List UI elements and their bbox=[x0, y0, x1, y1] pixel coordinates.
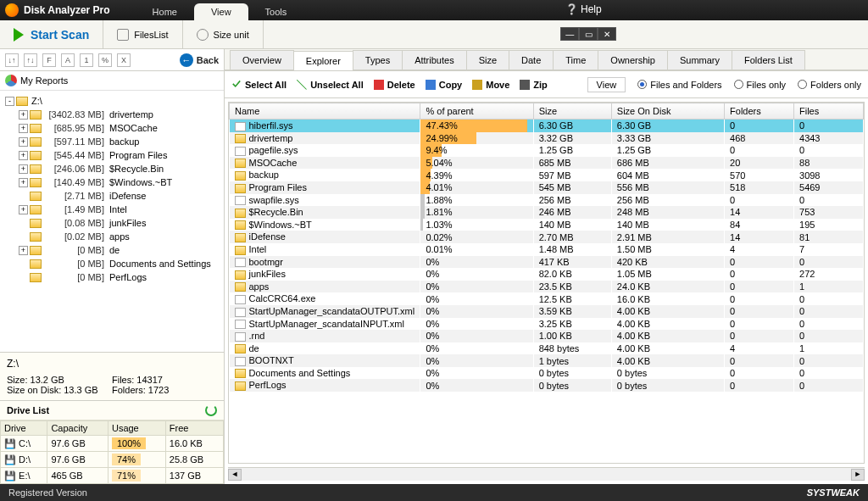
tree-toggle-icon[interactable]: + bbox=[19, 110, 28, 120]
refresh-icon[interactable] bbox=[205, 404, 217, 416]
file-col-header[interactable]: Size bbox=[533, 103, 611, 120]
view-tab-date[interactable]: Date bbox=[509, 50, 554, 70]
tree-toggle-icon[interactable]: + bbox=[19, 151, 28, 160]
tree-node[interactable]: +[1.49 MB]Intel bbox=[2, 203, 222, 216]
sort-button-6[interactable]: X bbox=[117, 53, 131, 67]
tree-node[interactable]: +[685.95 MB]MSOCache bbox=[2, 121, 222, 135]
delete-button[interactable]: Delete bbox=[374, 80, 415, 90]
tree-toggle-icon[interactable]: + bbox=[19, 137, 28, 147]
tree-toggle-icon[interactable]: + bbox=[19, 178, 28, 187]
folder-icon bbox=[30, 151, 42, 160]
file-icon bbox=[235, 308, 246, 317]
view-files-and-folders[interactable]: Files and Folders bbox=[637, 80, 721, 90]
view-tab-summary[interactable]: Summary bbox=[667, 50, 732, 70]
tree-node[interactable]: [0.02 MB]apps bbox=[2, 230, 222, 243]
view-tab-overview[interactable]: Overview bbox=[230, 50, 294, 70]
tree-node[interactable]: +[545.44 MB]Program Files bbox=[2, 148, 222, 162]
tree-node[interactable]: -Z:\ bbox=[2, 94, 222, 108]
start-scan-button[interactable]: Start Scan bbox=[0, 20, 103, 48]
file-col-header[interactable]: Folders bbox=[725, 103, 794, 120]
view-tab-attributes[interactable]: Attributes bbox=[402, 50, 466, 70]
file-row[interactable]: hiberfil.sys47.43%6.30 GB6.30 GB00 bbox=[230, 120, 864, 132]
file-row[interactable]: iDefense0.02%2.70 MB2.91 MB1481 bbox=[230, 231, 864, 243]
tree-toggle-icon[interactable]: + bbox=[19, 246, 28, 255]
sort-button-5[interactable]: % bbox=[98, 53, 112, 67]
sort-button-4[interactable]: 1 bbox=[80, 53, 93, 67]
menu-tab-tools[interactable]: Tools bbox=[248, 3, 304, 20]
tree-node[interactable]: [0 MB]PerfLogs bbox=[2, 270, 222, 284]
file-row[interactable]: .rnd0%1.00 KB4.00 KB00 bbox=[230, 330, 864, 342]
file-icon bbox=[235, 295, 246, 304]
help-button[interactable]: ❔ Help bbox=[565, 3, 602, 15]
tree-toggle-icon[interactable]: + bbox=[19, 205, 28, 214]
files-list-button[interactable]: FilesList bbox=[103, 20, 182, 48]
view-tab-time[interactable]: Time bbox=[553, 50, 598, 70]
sort-button-1[interactable]: ↑↓ bbox=[24, 53, 37, 67]
file-row[interactable]: Program Files4.01%545 MB556 MB5185469 bbox=[230, 181, 864, 194]
view-tab-explorer[interactable]: Explorer bbox=[293, 51, 353, 70]
tree-node[interactable]: +[0 MB]de bbox=[2, 243, 222, 257]
zip-button[interactable]: Zip bbox=[520, 80, 548, 90]
file-row[interactable]: de0%848 bytes4.00 KB41 bbox=[230, 342, 864, 355]
file-row[interactable]: swapfile.sys1.88%256 MB256 MB00 bbox=[230, 194, 864, 207]
tree-node[interactable]: [2.71 MB]iDefense bbox=[2, 189, 222, 203]
tree-node[interactable]: +[140.49 MB]$Windows.~BT bbox=[2, 175, 222, 189]
view-tab-ownership[interactable]: Ownership bbox=[598, 50, 668, 70]
file-row[interactable]: junkFiles0%82.0 KB1.05 MB0272 bbox=[230, 268, 864, 281]
file-row[interactable]: MSOCache5.04%685 MB686 MB2088 bbox=[230, 157, 864, 170]
file-row[interactable]: apps0%23.5 KB24.0 KB01 bbox=[230, 281, 864, 293]
back-button[interactable]: ← Back bbox=[180, 53, 219, 67]
tree-node[interactable]: +[3402.83 MB]drivertemp bbox=[2, 108, 222, 121]
scroll-right-icon[interactable]: ► bbox=[851, 469, 865, 481]
menu-tab-view[interactable]: View bbox=[194, 3, 248, 20]
scroll-left-icon[interactable]: ◄ bbox=[228, 469, 242, 481]
tree-node[interactable]: +[597.11 MB]backup bbox=[2, 135, 222, 148]
file-row[interactable]: CalcCRC64.exe0%12.5 KB16.0 KB00 bbox=[230, 292, 864, 305]
select-all-button[interactable]: Select All bbox=[231, 80, 287, 90]
maximize-button[interactable]: ▭ bbox=[579, 27, 598, 41]
file-row[interactable]: drivertemp24.99%3.32 GB3.33 GB4684343 bbox=[230, 132, 864, 145]
view-tab-folders-list[interactable]: Folders List bbox=[732, 50, 805, 70]
drive-row[interactable]: 💾 D:\97.6 GB74%25.8 GB bbox=[1, 452, 224, 468]
file-row[interactable]: $Windows.~BT1.03%140 MB140 MB84195 bbox=[230, 219, 864, 231]
minimize-button[interactable]: — bbox=[560, 27, 579, 41]
file-row[interactable]: backup4.39%597 MB604 MB5703098 bbox=[230, 169, 864, 181]
tree-toggle-icon[interactable]: + bbox=[19, 164, 28, 174]
tree-toggle-icon[interactable]: - bbox=[5, 97, 14, 106]
tree-node[interactable]: +[246.06 MB]$Recycle.Bin bbox=[2, 162, 222, 175]
file-col-header[interactable]: Size On Disk bbox=[611, 103, 724, 120]
tree-node[interactable]: [0.08 MB]junkFiles bbox=[2, 216, 222, 230]
folder-icon bbox=[235, 159, 246, 168]
file-row[interactable]: pagefile.sys9.4%1.25 GB1.25 GB00 bbox=[230, 144, 864, 157]
sort-button-3[interactable]: A bbox=[61, 53, 75, 67]
view-files-only[interactable]: Files only bbox=[734, 80, 786, 90]
drive-row[interactable]: 💾 C:\97.6 GB100%16.0 KB bbox=[1, 436, 224, 452]
tree-toggle-icon[interactable]: + bbox=[19, 124, 28, 133]
file-col-header[interactable]: % of parent bbox=[420, 103, 533, 120]
size-unit-button[interactable]: Size unit bbox=[183, 20, 264, 48]
copy-button[interactable]: Copy bbox=[426, 80, 463, 90]
file-col-header[interactable]: Files bbox=[794, 103, 864, 120]
close-button[interactable]: ✕ bbox=[598, 27, 616, 41]
tree-node[interactable]: [0 MB]Documents and Settings bbox=[2, 257, 222, 270]
file-row[interactable]: bootmgr0%417 KB420 KB00 bbox=[230, 256, 864, 269]
uncheck-icon bbox=[297, 80, 307, 90]
file-row[interactable]: PerfLogs0%0 bytes0 bytes00 bbox=[230, 379, 864, 392]
file-row[interactable]: Intel0.01%1.48 MB1.50 MB47 bbox=[230, 243, 864, 256]
file-row[interactable]: StartUpManager_scandataINPUT.xml0%3.25 K… bbox=[230, 318, 864, 331]
sort-button-0[interactable]: ↓↑ bbox=[5, 53, 19, 67]
menu-tab-home[interactable]: Home bbox=[136, 3, 194, 20]
file-row[interactable]: StartUpManager_scandataOUTPUT.xml0%3.59 … bbox=[230, 305, 864, 318]
file-row[interactable]: Documents and Settings0%0 bytes0 bytes00 bbox=[230, 367, 864, 380]
file-col-header[interactable]: Name bbox=[230, 103, 420, 120]
drive-row[interactable]: 💾 E:\465 GB71%137 GB bbox=[1, 468, 224, 484]
view-tab-size[interactable]: Size bbox=[466, 50, 509, 70]
view-folders-only[interactable]: Folders only bbox=[798, 80, 861, 90]
unselect-all-button[interactable]: Unselect All bbox=[297, 80, 364, 90]
view-tab-types[interactable]: Types bbox=[353, 50, 403, 70]
sort-button-2[interactable]: F bbox=[42, 53, 56, 67]
file-row[interactable]: BOOTNXT0%1 bytes4.00 KB00 bbox=[230, 354, 864, 367]
horizontal-scrollbar[interactable]: ◄ ► bbox=[228, 467, 865, 481]
move-button[interactable]: Move bbox=[472, 80, 509, 90]
file-row[interactable]: $Recycle.Bin1.81%246 MB248 MB14753 bbox=[230, 206, 864, 219]
